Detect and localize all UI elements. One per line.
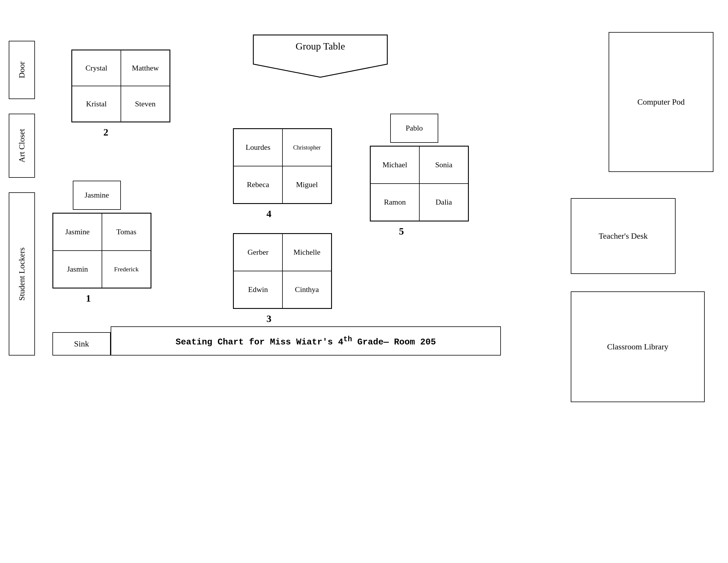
desk-steven: Steven xyxy=(121,86,170,122)
student-lockers: Student Lockers xyxy=(9,192,35,356)
desk-christopher: Christopher xyxy=(282,129,331,166)
desk-matthew: Matthew xyxy=(121,50,170,86)
classroom-library: Classroom Library xyxy=(571,292,705,402)
group-number-5: 5 xyxy=(399,226,404,237)
group-number-3: 3 xyxy=(266,313,271,324)
desk-edwin: Edwin xyxy=(234,271,282,308)
teachers-desk: Teacher's Desk xyxy=(571,198,676,274)
desk-dalia: Dalia xyxy=(419,183,468,221)
door: Door xyxy=(9,41,35,99)
desk-rebeca: Rebeca xyxy=(234,166,282,203)
desk-gerber: Gerber xyxy=(234,234,282,271)
desk-tomas: Tomas xyxy=(102,213,151,250)
art-closet: Art Closet xyxy=(9,114,35,178)
desk-pablo-single: Pablo xyxy=(390,114,438,143)
group-number-4: 4 xyxy=(266,208,271,219)
desk-jasmine-single: Jasmine xyxy=(73,181,121,210)
group-number-2: 2 xyxy=(103,127,108,138)
desk-crystal: Crystal xyxy=(72,50,121,86)
computer-pod: Computer Pod xyxy=(609,32,713,172)
title-text: Seating Chart for Miss Wiatr's 4th Grade… xyxy=(176,335,436,347)
group-number-1: 1 xyxy=(86,293,91,304)
group-table: Group Table xyxy=(250,32,390,79)
desk-sonia: Sonia xyxy=(419,146,468,183)
desk-kristal: Kristal xyxy=(72,86,121,122)
desk-group-3: Gerber Michelle Edwin Cinthya xyxy=(233,233,332,309)
sink: Sink xyxy=(52,332,111,356)
desk-cinthya: Cinthya xyxy=(282,271,331,308)
desk-group-4: Lourdes Christopher Rebeca Miguel xyxy=(233,128,332,204)
desk-miguel: Miguel xyxy=(282,166,331,203)
desk-group-2: Crystal Matthew Kristal Steven xyxy=(71,50,170,122)
desk-group-5: Michael Sonia Ramon Dalia xyxy=(370,146,469,221)
desk-michelle: Michelle xyxy=(282,234,331,271)
title-box: Seating Chart for Miss Wiatr's 4th Grade… xyxy=(111,327,501,356)
desk-michael: Michael xyxy=(370,146,419,183)
desk-frederick: Frederick xyxy=(102,250,151,288)
desk-group-1: Jasmine Tomas Jasmin Frederick xyxy=(52,213,151,289)
desk-lourdes: Lourdes xyxy=(234,129,282,166)
desk-jasmin: Jasmin xyxy=(53,250,102,288)
desk-jasmine: Jasmine xyxy=(53,213,102,250)
desk-ramon: Ramon xyxy=(370,183,419,221)
